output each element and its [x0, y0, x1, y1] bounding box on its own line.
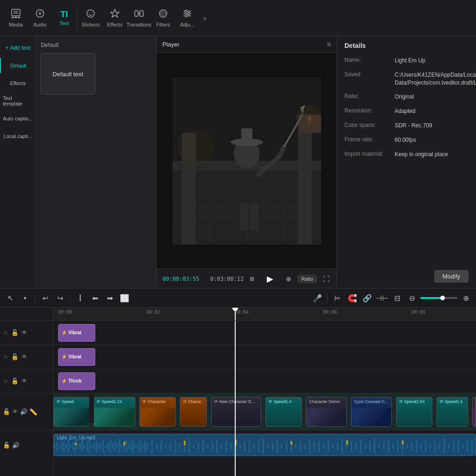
gap1	[89, 393, 94, 423]
clip-throb-label: Throb	[68, 378, 81, 383]
zoom-thumb	[440, 296, 445, 300]
fullscreen-icon[interactable]: ⛶	[322, 274, 331, 284]
section-default[interactable]: Default	[0, 58, 33, 73]
svg-rect-9	[135, 11, 138, 16]
star-icon[interactable]: ☆	[3, 329, 8, 336]
eye-icon3[interactable]: 👁	[21, 377, 27, 384]
svg-point-16	[185, 15, 188, 17]
track-row-vibrat1: ⚡ Vibrat	[53, 321, 476, 345]
svg-rect-147	[75, 443, 77, 445]
details-row-import: Import material: Keep in original place	[344, 151, 469, 159]
mic-icon[interactable]: 🎤	[311, 291, 324, 304]
modify-button[interactable]: Modify	[434, 270, 469, 283]
svg-rect-71	[135, 445, 137, 448]
sidebar-item-filters[interactable]: Filters	[151, 2, 175, 34]
ratio-button[interactable]: Ratio	[298, 275, 317, 283]
clip-cyno[interactable]: Cyno Counsel C...	[351, 397, 392, 427]
svg-rect-58	[105, 445, 106, 448]
player-video	[157, 53, 337, 269]
grid-view-icon[interactable]: ⊞	[248, 274, 256, 284]
sidebar-item-media[interactable]: Media	[4, 2, 28, 34]
playhead[interactable]	[235, 308, 236, 320]
eye-icon[interactable]: 👁	[21, 329, 27, 336]
star-icon2[interactable]: ☆	[3, 353, 8, 360]
svg-rect-141	[448, 443, 450, 450]
redo-button[interactable]: ↪	[53, 291, 66, 304]
sidebar-item-transitions[interactable]: Transitions	[127, 2, 151, 34]
player-menu-icon[interactable]: ≡	[327, 40, 331, 49]
zoom-out-icon[interactable]: ⊖	[405, 291, 418, 304]
clip-newchar[interactable]: ⟳ New Character D...	[211, 397, 261, 427]
dropdown-arrow[interactable]: ▼	[19, 291, 32, 304]
magnet-tool[interactable]: 🧲	[346, 291, 359, 304]
lock-audio[interactable]: 🔓	[3, 442, 10, 449]
svg-rect-49	[84, 445, 86, 448]
subtitle-tool[interactable]: ⊟	[390, 291, 403, 304]
svg-rect-101	[263, 438, 264, 454]
zoom-slider[interactable]	[420, 297, 457, 299]
clip-speed14[interactable]: ⟳ Speed1.4	[265, 397, 302, 427]
sidebar-item-audio[interactable]: Audio	[28, 2, 52, 34]
svg-rect-106	[286, 441, 287, 451]
section-auto-caption[interactable]: Auto captio...	[3, 111, 33, 126]
snap-tool[interactable]: ⊨	[331, 291, 344, 304]
clip-charac[interactable]: ⟳ Charac	[180, 397, 207, 427]
trim-left-tool[interactable]: ⬅	[88, 291, 101, 304]
clip-character[interactable]: ⟳ Character	[139, 397, 176, 427]
lock-icon[interactable]: 🔓	[11, 329, 19, 336]
trim-right-tool[interactable]: ➡	[103, 291, 116, 304]
align-tool[interactable]: ⊣⊢	[376, 291, 389, 304]
default-text-label: Default text	[53, 71, 83, 78]
default-text-card[interactable]: Default text	[40, 53, 96, 95]
sidebar-item-effects[interactable]: Effects	[103, 2, 127, 34]
svg-rect-146	[471, 438, 473, 454]
speaker-audio[interactable]: 🔊	[12, 442, 20, 449]
ruler-06: 00:06	[323, 310, 337, 315]
sidebar-item-stickers[interactable]: Stickers	[79, 2, 103, 34]
add-text-button[interactable]: + Add text	[3, 40, 33, 56]
section-local-caption[interactable]: Local capti...	[3, 128, 33, 144]
star-icon3[interactable]: ☆	[3, 377, 8, 384]
clip-speed[interactable]: ⟳ Speed	[53, 397, 90, 427]
sidebar-item-adjust[interactable]: Adju...	[175, 2, 199, 34]
svg-rect-122	[360, 439, 362, 453]
details-spacer	[344, 165, 469, 270]
effects-label: Effects	[107, 22, 122, 27]
svg-rect-79	[160, 440, 162, 452]
svg-rect-136	[425, 440, 426, 452]
timeline-ruler[interactable]: 00:00 00:02 00:04 00:06 00:08	[53, 308, 476, 321]
lock-main[interactable]: 🔓	[3, 408, 10, 415]
clip-throb[interactable]: ⚡ Throb	[58, 372, 95, 390]
pen-main[interactable]: ✏️	[29, 408, 37, 416]
svg-rect-88	[202, 440, 204, 453]
eye-main[interactable]: 👁	[12, 408, 18, 415]
sidebar-item-text[interactable]: TI Text	[52, 2, 76, 34]
svg-rect-65	[121, 444, 123, 448]
speaker-main[interactable]: 🔊	[20, 408, 27, 415]
undo-button[interactable]: ↩	[39, 291, 52, 304]
crop-tool[interactable]: ⬜	[118, 291, 131, 304]
expand-button[interactable]: »	[199, 13, 211, 24]
link-tool[interactable]: 🔗	[361, 291, 374, 304]
zoom-in-icon[interactable]: ⊕	[459, 291, 472, 304]
ruler-08: 00:08	[411, 310, 425, 315]
select-tool[interactable]: ↖	[4, 291, 17, 304]
svg-rect-125	[374, 439, 375, 454]
clip-audio[interactable]: Light_Em_Up.mp3	[53, 434, 476, 456]
clip-speed12x[interactable]: ⟳ Speed1.2X	[93, 397, 135, 427]
clip-chardemo1[interactable]: Character Demo	[306, 397, 347, 427]
section-effects[interactable]: Effects	[3, 75, 33, 91]
clip-vibrat1[interactable]: ⚡ Vibrat	[58, 324, 95, 342]
section-text-template[interactable]: Text template	[3, 93, 33, 109]
crop-icon[interactable]: ⊕	[284, 274, 293, 284]
clip-speed14b[interactable]: ⟳ Speed1.4	[436, 397, 468, 427]
play-button[interactable]: ▶	[265, 272, 275, 286]
lock-icon3[interactable]: 🔓	[11, 377, 19, 384]
clip-speed15x[interactable]: ⟳ Speed1.5X	[396, 397, 432, 427]
split-tool[interactable]: ┃	[73, 291, 86, 304]
clip-vibrat2[interactable]: ⚡ Vibrat	[58, 348, 95, 366]
svg-rect-54	[96, 440, 97, 452]
svg-rect-62	[114, 441, 116, 452]
lock-icon2[interactable]: 🔓	[11, 353, 19, 360]
eye-icon2[interactable]: 👁	[21, 353, 27, 360]
